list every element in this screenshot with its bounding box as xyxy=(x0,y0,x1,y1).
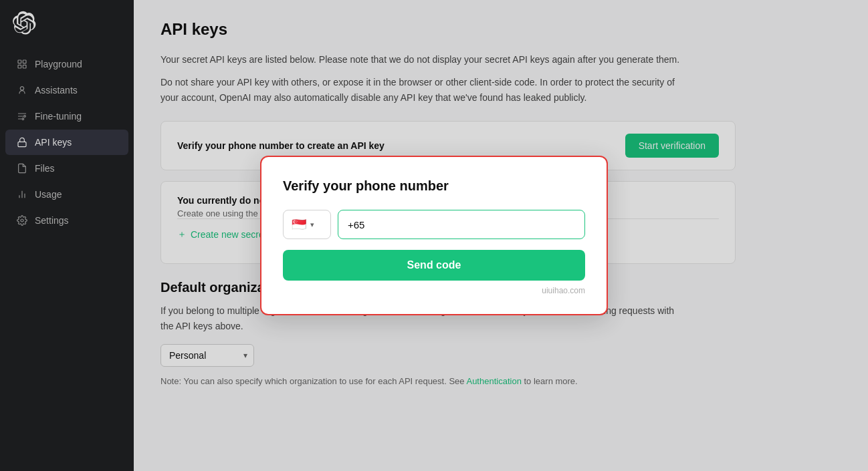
country-chevron-icon: ▾ xyxy=(310,220,314,229)
modal-title: Verify your phone number xyxy=(283,178,585,194)
phone-number-input[interactable] xyxy=(338,210,585,239)
flag-emoji: 🇸🇬 xyxy=(292,217,306,232)
modal-overlay: Verify your phone number 🇸🇬 ▾ Send code … xyxy=(134,0,868,471)
country-selector[interactable]: 🇸🇬 ▾ xyxy=(283,210,331,239)
phone-verify-modal: Verify your phone number 🇸🇬 ▾ Send code … xyxy=(260,156,608,315)
phone-input-row: 🇸🇬 ▾ xyxy=(283,210,585,239)
main-content: API keys Your secret API keys are listed… xyxy=(134,0,868,471)
watermark: uiuihao.com xyxy=(283,286,585,295)
send-code-button[interactable]: Send code xyxy=(283,250,585,281)
